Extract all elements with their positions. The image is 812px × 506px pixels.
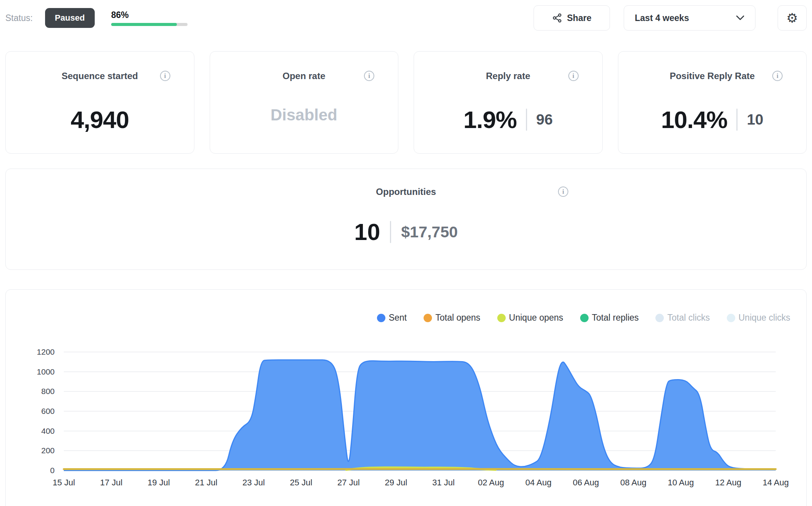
status-paused-badge[interactable]: Paused [45,8,95,28]
svg-text:10 Aug: 10 Aug [668,478,694,487]
svg-text:27 Jul: 27 Jul [337,478,360,487]
svg-text:400: 400 [41,427,55,435]
legend-dot-icon [377,314,385,322]
analytics-chart-card: SentTotal opensUnique opensTotal replies… [5,289,807,506]
chevron-down-icon [736,15,744,21]
info-icon[interactable]: i [364,71,374,81]
progress-block: 86% [111,10,188,26]
chart-canvas: 02004006008001000120015 Jul17 Jul19 Jul2… [6,338,806,491]
date-range-dropdown[interactable]: Last 4 weeks [624,5,755,31]
stat-secondary-value: 10 [747,111,763,128]
stat-card-open-rate: Open rate i Disabled [210,51,399,154]
legend-item-total-clicks[interactable]: Total clicks [655,313,710,323]
stat-card-positive-reply-rate: Positive Reply Rate i 10.4% 10 [618,51,807,154]
share-icon [552,13,562,23]
svg-text:600: 600 [41,407,55,415]
svg-text:800: 800 [41,387,55,396]
chart-legend: SentTotal opensUnique opensTotal replies… [6,313,806,323]
svg-text:17 Jul: 17 Jul [100,478,123,487]
legend-dot-icon [580,314,589,322]
legend-dot-icon [424,314,432,322]
legend-item-unique-opens[interactable]: Unique opens [497,313,563,323]
legend-dot-icon [497,314,506,322]
stat-value: 1.9% [463,106,517,133]
stat-secondary-value: 96 [536,111,553,128]
legend-item-total-replies[interactable]: Total replies [580,313,639,323]
progress-bar [111,23,188,26]
opportunities-title: Opportunities [6,187,806,197]
svg-text:02 Aug: 02 Aug [478,478,504,487]
share-button-label: Share [567,13,592,23]
status-label: Status: [5,13,33,23]
svg-text:12 Aug: 12 Aug [715,478,741,487]
top-bar: Status: Paused 86% Share Last 4 weeks [0,0,812,31]
legend-dot-icon [655,314,664,322]
stats-row: Sequence started i 4,940 Open rate i Dis… [5,51,807,154]
value-divider [736,109,738,131]
stat-value-disabled: Disabled [270,106,337,124]
stat-value: 4,940 [71,106,129,133]
svg-text:19 Jul: 19 Jul [147,478,170,487]
svg-text:1000: 1000 [37,367,55,376]
top-bar-actions: Share Last 4 weeks ⚙ [534,5,807,31]
opportunities-card: Opportunities i 10 $17,750 [5,169,807,270]
analytics-chart: 02004006008001000120015 Jul17 Jul19 Jul2… [6,338,807,491]
info-icon[interactable]: i [160,71,170,81]
value-divider [390,221,391,243]
stat-card-sequence-started: Sequence started i 4,940 [5,51,194,154]
svg-text:23 Jul: 23 Jul [243,478,265,487]
svg-text:0: 0 [50,466,55,475]
svg-text:31 Jul: 31 Jul [432,478,455,487]
svg-text:200: 200 [41,446,55,455]
svg-text:06 Aug: 06 Aug [573,478,599,487]
svg-text:21 Jul: 21 Jul [195,478,217,487]
share-button[interactable]: Share [534,5,610,31]
legend-dot-icon [727,314,735,322]
svg-text:29 Jul: 29 Jul [385,478,408,487]
progress-percent: 86% [111,10,188,20]
settings-button[interactable]: ⚙ [778,5,807,31]
gear-icon: ⚙ [786,10,798,26]
legend-item-unique-clicks[interactable]: Unique clicks [727,313,791,323]
date-range-value: Last 4 weeks [635,13,689,23]
svg-text:04 Aug: 04 Aug [525,478,552,487]
legend-item-total-opens[interactable]: Total opens [424,313,480,323]
svg-text:15 Jul: 15 Jul [53,478,75,487]
svg-text:08 Aug: 08 Aug [620,478,647,487]
opportunities-amount: $17,750 [401,223,458,241]
info-icon[interactable]: i [772,71,783,81]
info-icon[interactable]: i [568,71,579,81]
svg-text:25 Jul: 25 Jul [290,478,312,487]
value-divider [526,109,527,131]
svg-text:1200: 1200 [37,347,55,356]
svg-text:14 Aug: 14 Aug [763,478,789,487]
stat-card-reply-rate: Reply rate i 1.9% 96 [414,51,603,154]
progress-fill [111,23,177,26]
stat-value: 10.4% [661,106,728,133]
legend-item-sent[interactable]: Sent [377,313,407,323]
opportunities-count: 10 [354,219,380,245]
